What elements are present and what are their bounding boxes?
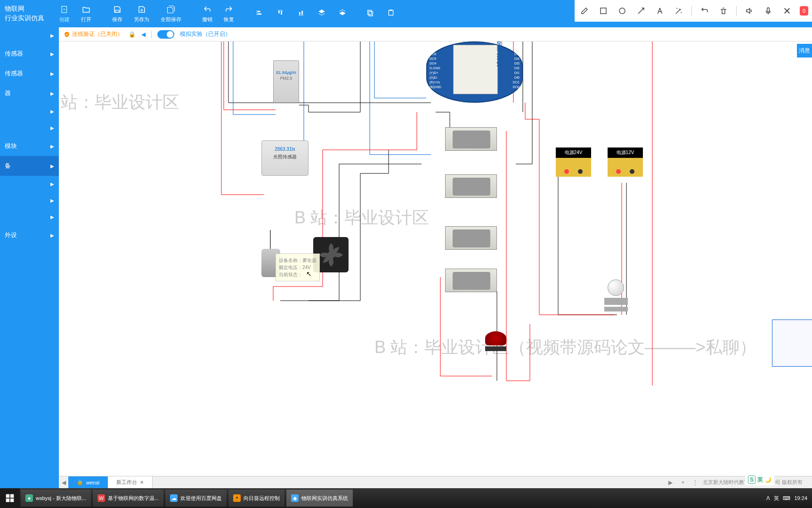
delete-icon[interactable] xyxy=(717,5,730,17)
tab-next-button[interactable]: ▶ xyxy=(666,479,675,486)
chevron-right-icon: ▶ xyxy=(50,91,54,96)
close-icon[interactable] xyxy=(781,5,793,17)
ime-indicator[interactable]: S 英 🌙 xyxy=(745,475,774,485)
mic-icon[interactable] xyxy=(762,5,774,17)
circle-icon[interactable] xyxy=(616,5,628,17)
tab-menu-button[interactable]: ⋮ xyxy=(690,479,700,486)
system-tray: ᐱ 英 ⌨ 19:24 xyxy=(766,495,812,502)
start-button[interactable] xyxy=(0,488,20,508)
tray-keyboard-icon[interactable]: ⌨ xyxy=(783,495,790,501)
sidebar-item-6[interactable]: 模块▶ xyxy=(0,136,59,156)
buzzer[interactable] xyxy=(485,331,506,357)
sidebar-item-3[interactable]: 器▶ xyxy=(0,83,59,103)
sim-toggle[interactable] xyxy=(157,30,174,39)
second-bar: 连线验证（已关闭） 🔒 ◀ 模拟实验（已开启） xyxy=(59,27,812,41)
mini-schematic[interactable] xyxy=(772,320,812,367)
close-icon[interactable]: ✕ xyxy=(140,480,144,485)
relay

-3[interactable] xyxy=(445,226,497,250)
adam-inner xyxy=(453,45,498,94)
sidebar-item-7[interactable]: 备▶ xyxy=(0,156,59,176)
sidebar-item-5[interactable]: ▶ xyxy=(0,120,59,136)
bottom-tabs: ◀ 🔒 wensi 新工作台 ✕ ▶ + ⋮ 北京新大陆时代教育科技有限公司 版… xyxy=(59,476,812,488)
save-as-button[interactable]: 另存为 xyxy=(128,0,155,27)
task-item-2[interactable]: ☁欢迎使用百度网盘 xyxy=(165,490,227,507)
paste-icon xyxy=(386,8,396,17)
task-item-4[interactable]: ◆物联网实训仿真系统 xyxy=(286,490,353,507)
task-item-1[interactable]: W基于物联网的数字温... xyxy=(93,490,163,507)
square-icon[interactable] xyxy=(597,5,609,17)
align-left-button[interactable] xyxy=(249,0,270,27)
record-badge[interactable]: 0 xyxy=(800,6,808,16)
chevron-right-icon: ▶ xyxy=(50,214,54,220)
adam-pins-left: DO7 DO6 DO5 DO4 D.GND (Y)D+ (G)D- (R)+Vs… xyxy=(430,47,441,90)
sidebar-item-4[interactable]: ▶ xyxy=(0,103,59,120)
sidebar-item-8[interactable]: ▶ xyxy=(0,176,59,192)
send-back-button[interactable] xyxy=(332,0,353,27)
back-icon[interactable]: ◀ xyxy=(141,31,146,38)
relay-1[interactable] xyxy=(445,127,497,151)
adam-pins-right: DI6 DI5 DI4 DI3 DI2 DI1 DI0 DO1 DO2 xyxy=(513,47,520,90)
canvas[interactable]: 消息 B 站：毕业设计区 B 站：毕业设计区 B 站：毕业设计区（视频带源码论文… xyxy=(59,41,812,488)
svg-rect-21 xyxy=(6,494,10,498)
open-icon xyxy=(81,5,91,14)
edit-icon[interactable] xyxy=(578,5,591,17)
text-icon[interactable] xyxy=(654,5,666,17)
save-all-icon xyxy=(166,5,176,14)
bring-front-button[interactable] xyxy=(311,0,332,27)
magic-icon[interactable] xyxy=(673,5,685,17)
shield-icon xyxy=(64,31,70,38)
bring-front-icon xyxy=(317,8,326,17)
volume-icon[interactable] xyxy=(743,5,755,17)
tab-new-workspace[interactable]: 新工作台 ✕ xyxy=(108,476,153,488)
task-item-3[interactable]: 🌻向日葵远程控制 xyxy=(228,490,284,507)
undo-button[interactable]: 撤销 xyxy=(196,0,218,27)
power-24v[interactable]: 电源24V xyxy=(556,147,591,176)
undo-title-icon[interactable] xyxy=(698,5,711,17)
copy-button[interactable] xyxy=(360,0,381,27)
push-button-device[interactable] xyxy=(603,279,629,315)
chevron-right-icon: ▶ xyxy=(50,164,54,169)
svg-rect-6 xyxy=(258,13,261,15)
top-toolbar: 物联网 行业实训仿真 创建 打开 保存 另存为 全部保存 撤销 xyxy=(0,0,812,27)
pm25-label: PM2.5 xyxy=(274,76,299,81)
taskbar: ●wsbysj - 新大陆物联... W基于物联网的数字温... ☁欢迎使用百度… xyxy=(0,488,812,508)
sidebar-item-1[interactable]: 传感器▶ xyxy=(0,44,59,64)
save-all-button[interactable]: 全部保存 xyxy=(155,0,187,27)
power24-label: 电源24V xyxy=(556,147,591,158)
tab-prev-button[interactable]: ◀ xyxy=(59,479,68,486)
sidebar-item-0[interactable]: ▶ xyxy=(0,27,59,44)
chevron-right-icon: ▶ xyxy=(50,71,54,76)
relay-2[interactable] xyxy=(445,174,497,198)
svg-rect-19 xyxy=(767,8,770,12)
svg-rect-9 xyxy=(281,11,282,15)
create-button[interactable]: 创建 xyxy=(54,0,75,27)
tray-time: 19:24 xyxy=(794,495,807,501)
app-title: 物联网 行业实训仿真 xyxy=(0,1,49,25)
tray-up-icon[interactable]: ᐱ xyxy=(766,495,770,501)
tray-ime[interactable]: 英 xyxy=(774,495,779,502)
message-button[interactable]: 消息 xyxy=(797,44,812,57)
relay-4[interactable] xyxy=(445,269,497,292)
task-item-0[interactable]: ●wsbysj - 新大陆物联... xyxy=(21,490,91,507)
save-button[interactable]: 保存 xyxy=(106,0,128,27)
sidebar-item-10[interactable]: ▶ xyxy=(0,209,59,225)
paste-button[interactable] xyxy=(381,0,401,27)
pm25-sensor[interactable]: 81.94μg/m PM2.5 xyxy=(273,60,299,103)
sidebar: ▶ 传感器▶ 传感器▶ 器▶ ▶ ▶ 模块▶ 备▶ ▶ ▶ ▶ 外设▶ xyxy=(0,27,59,488)
sidebar-item-11[interactable]: 外设▶ xyxy=(0,225,59,245)
tab-wensi[interactable]: 🔒 wensi xyxy=(68,476,108,488)
wiring-check-status[interactable]: 连线验证（已关闭） xyxy=(64,30,123,38)
arrow-icon[interactable] xyxy=(635,5,647,17)
adam-module[interactable]: DO7 DO6 DO5 DO4 D.GND (Y)D+ (G)D- (R)+Vs… xyxy=(426,41,523,103)
sidebar-item-9[interactable]: ▶ xyxy=(0,192,59,209)
tab-add-button[interactable]: + xyxy=(678,479,688,486)
power-12v[interactable]: 电源12V xyxy=(608,147,643,176)
light-sensor[interactable]: 2863.31lx 光照传感器 xyxy=(261,140,309,176)
sidebar-item-2[interactable]: 传感器▶ xyxy=(0,64,59,83)
power12-label: 电源12V xyxy=(608,147,643,158)
redo-button[interactable]: 恢复 xyxy=(218,0,240,27)
open-button[interactable]: 打开 xyxy=(75,0,97,27)
align-top-button[interactable] xyxy=(270,0,291,27)
chevron-right-icon: ▶ xyxy=(50,233,54,238)
align-bottom-button[interactable] xyxy=(291,0,311,27)
